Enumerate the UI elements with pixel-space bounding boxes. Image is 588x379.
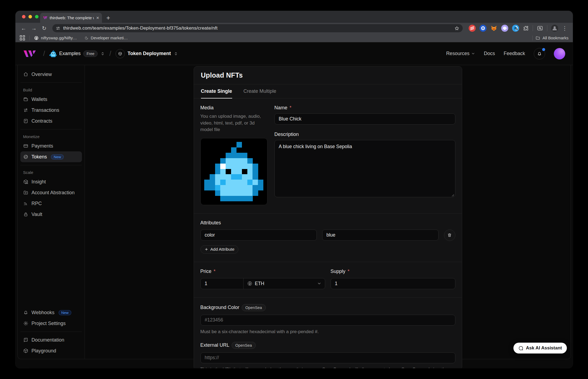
all-bookmarks-button[interactable]: All Bookmarks — [535, 36, 568, 40]
sidebar-item-project-settings[interactable]: Project Settings — [20, 318, 82, 329]
sidebar-item-rpc[interactable]: RPC — [20, 198, 82, 209]
required-asterisk: * — [348, 269, 350, 274]
sidebar-item-transactions[interactable]: Transactions — [20, 105, 82, 116]
name-input[interactable] — [274, 113, 455, 125]
sidebar-item-insight[interactable]: Insight — [20, 176, 82, 187]
attribute-row — [200, 230, 455, 241]
user-avatar[interactable] — [554, 48, 565, 59]
page-title: Upload NFTs — [201, 71, 243, 79]
sidebar-item-contracts[interactable]: Contracts — [20, 116, 82, 126]
wallet-icon — [23, 97, 28, 102]
back-button[interactable]: ← — [19, 24, 28, 33]
price-amount-input[interactable] — [201, 278, 244, 289]
thirdweb-logo[interactable] — [23, 49, 39, 58]
box-search-icon — [23, 179, 28, 184]
sidebar-item-label: RPC — [31, 201, 42, 206]
sidebar-item-label: Tokens — [31, 154, 47, 160]
nav-link-docs[interactable]: Docs — [484, 51, 495, 56]
sidebar-item-label: Wallets — [31, 97, 47, 102]
extension-blue-target-icon[interactable] — [480, 25, 487, 32]
chevron-up-down-icon[interactable] — [174, 51, 178, 56]
supply-input[interactable] — [331, 278, 455, 289]
team-switcher[interactable]: Examples Free — [49, 50, 105, 57]
add-attribute-button[interactable]: Add Attribute — [200, 245, 239, 254]
nav-link-resources[interactable]: Resources — [446, 51, 475, 56]
extension-red-icon[interactable] — [469, 25, 476, 32]
opensea-badge: OpenSea — [242, 304, 266, 311]
bookmarks-divider — [29, 36, 30, 40]
browser-profile-avatar[interactable] — [551, 25, 558, 32]
project-name: Token Deployment — [127, 51, 171, 56]
tab-create-single[interactable]: Create Single — [201, 84, 232, 98]
window-zoom-button[interactable] — [35, 15, 39, 18]
attribute-name-input[interactable] — [200, 230, 317, 241]
sidebar-item-playground[interactable]: Playground — [20, 345, 82, 356]
sidebar-item-label: Project Settings — [31, 321, 66, 326]
ask-ai-assistant-button[interactable]: Ask AI Assistant — [513, 343, 567, 353]
bell-icon — [537, 51, 542, 56]
breadcrumb-separator: / — [109, 49, 111, 58]
tab-title: thirdweb: The complete web3 — [50, 15, 94, 20]
thirdweb-favicon — [43, 15, 47, 20]
currency-select[interactable]: ETH — [244, 278, 325, 289]
url-bar[interactable]: thirdweb.com/team/examples/Token-Deploym… — [52, 24, 463, 32]
new-tab-button[interactable]: + — [106, 13, 110, 23]
price-field-group: ETH — [200, 278, 325, 289]
browser-tab[interactable]: thirdweb: The complete web3 ✕ — [40, 13, 102, 23]
window-minimize-button[interactable] — [28, 15, 32, 18]
tab-search-icon[interactable] — [537, 25, 543, 31]
bookmarks-divider — [532, 36, 533, 40]
bookmark-item-niftyswap[interactable]: niftyswap.gg/Nifty… — [34, 36, 77, 40]
reload-button[interactable]: ↻ — [40, 24, 49, 33]
resize-handle-icon[interactable] — [451, 193, 454, 197]
sidebar-item-documentation[interactable]: Documentation — [20, 335, 82, 345]
browser-window: thirdweb: The complete web3 ✕ + ← → ↻ th… — [15, 11, 573, 368]
extension-blue-clock-icon[interactable] — [512, 25, 519, 32]
supply-label: Supply* — [331, 269, 455, 274]
thirdweb-app: / Examples Free / Token Deployment — [15, 42, 573, 368]
extensions-area: ⋮ — [466, 24, 570, 33]
browser-menu-kebab-icon[interactable]: ⋮ — [562, 24, 567, 33]
extension-phantom-icon[interactable] — [501, 25, 508, 32]
background-color-input[interactable] — [200, 315, 455, 326]
browser-toolbar: ← → ↻ thirdweb.com/team/examples/Token-D… — [15, 23, 573, 34]
nav-link-feedback[interactable]: Feedback — [504, 51, 525, 56]
extension-metamask-icon[interactable] — [490, 25, 497, 32]
contract-icon — [23, 118, 28, 124]
folder-user-icon — [23, 190, 28, 195]
sidebar-item-overview[interactable]: Overview — [20, 69, 82, 80]
opensea-badge: OpenSea — [232, 342, 256, 349]
sidebar-item-account-abstraction[interactable]: Account Abstraction — [20, 187, 82, 198]
forward-button[interactable]: → — [30, 24, 38, 33]
sidebar-item-label: Playground — [31, 348, 56, 354]
media-upload-preview[interactable] — [200, 138, 267, 205]
sidebar-item-tokens[interactable]: Tokens New — [20, 151, 82, 162]
extensions-puzzle-icon[interactable] — [523, 25, 529, 31]
sidebar-item-label: Payments — [31, 143, 53, 149]
bookmark-item-developer[interactable]: Developer marketi… — [85, 36, 128, 40]
upload-nfts-panel: Upload NFTs Create Single Create Multipl… — [194, 66, 462, 368]
sidebar-item-payments[interactable]: Payments — [20, 141, 82, 151]
sidebar-item-webhooks[interactable]: Webhooks New — [20, 307, 82, 318]
tab-create-multiple[interactable]: Create Multiple — [244, 84, 276, 98]
chevron-down-icon — [317, 281, 321, 286]
bookmark-star-icon[interactable] — [454, 26, 459, 31]
sidebar-item-label: Transactions — [31, 107, 59, 113]
breadcrumb-separator: / — [43, 49, 45, 58]
bookmark-label: niftyswap.gg/Nifty… — [41, 36, 77, 40]
sidebar-item-vault[interactable]: Vault — [20, 209, 82, 220]
signal-icon — [23, 201, 28, 206]
external-url-input[interactable] — [200, 352, 455, 363]
description-textarea[interactable] — [274, 140, 455, 197]
tab-close-icon[interactable]: ✕ — [96, 16, 99, 20]
apps-grid-icon[interactable] — [20, 35, 25, 40]
project-switcher[interactable]: Token Deployment — [116, 49, 178, 58]
delete-attribute-button[interactable] — [444, 230, 455, 241]
sidebar-item-wallets[interactable]: Wallets — [20, 94, 82, 105]
notifications-button[interactable] — [534, 48, 545, 59]
window-close-button[interactable] — [22, 15, 25, 18]
attribute-value-input[interactable] — [322, 230, 439, 241]
chat-bubble-icon — [518, 346, 523, 351]
chevron-up-down-icon[interactable] — [100, 51, 105, 56]
site-settings-tune-icon[interactable] — [56, 26, 60, 31]
